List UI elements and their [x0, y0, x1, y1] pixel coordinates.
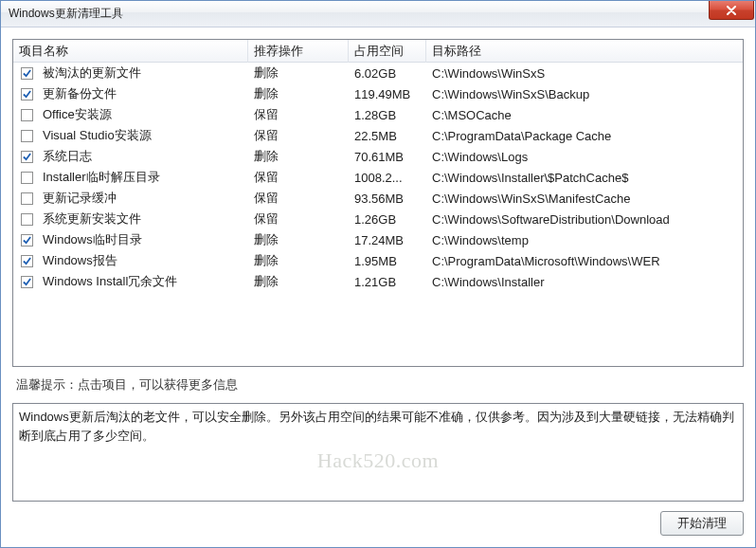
description-text: Windows更新后淘汰的老文件，可以安全删除。另外该占用空间的结果可能不准确，…: [19, 410, 734, 443]
cell-name: 被淘汰的更新文件: [13, 63, 248, 84]
cell-path: C:\MSOCache: [426, 105, 743, 125]
titlebar: Windows更新清理工具: [1, 1, 755, 27]
cell-action: 保留: [248, 124, 349, 147]
footer: 开始清理: [12, 509, 744, 536]
table-row[interactable]: Office安装源保留1.28GBC:\MSOCache: [13, 104, 743, 125]
table-row[interactable]: 更新记录缓冲保留93.56MBC:\Windows\WinSxS\Manifes…: [13, 188, 743, 209]
table-row[interactable]: 被淘汰的更新文件删除6.02GBC:\Windows\WinSxS: [13, 63, 743, 83]
items-list-panel: 项目名称 推荐操作 占用空间 目标路径 被淘汰的更新文件删除6.02GBC:\W…: [12, 39, 744, 367]
close-icon: [726, 6, 737, 15]
row-checkbox[interactable]: [21, 109, 33, 121]
row-checkbox[interactable]: [21, 192, 33, 205]
col-header-path[interactable]: 目标路径: [426, 40, 743, 63]
cell-name: 更新记录缓冲: [13, 187, 248, 210]
hint-text: 温馨提示：点击项目，可以获得更多信息: [12, 374, 744, 395]
table-row[interactable]: 系统更新安装文件保留1.26GBC:\Windows\SoftwareDistr…: [13, 209, 743, 229]
cell-action: 删除: [248, 63, 349, 84]
cell-action: 删除: [248, 270, 349, 293]
cell-name: 系统更新安装文件: [13, 208, 248, 230]
row-checkbox[interactable]: [21, 172, 33, 184]
cell-action: 保留: [248, 166, 349, 189]
row-checkbox[interactable]: [21, 67, 33, 80]
row-name-text: Office安装源: [43, 106, 112, 123]
app-window: Windows更新清理工具 项目名称 推荐操作 占用空间 目标路径 被淘汰的更新…: [0, 0, 756, 548]
row-name-text: Installer临时解压目录: [43, 169, 160, 186]
list-body[interactable]: 被淘汰的更新文件删除6.02GBC:\Windows\WinSxS更新备份文件删…: [13, 63, 743, 366]
cell-name: Installer临时解压目录: [13, 166, 248, 189]
row-name-text: 更新备份文件: [43, 85, 117, 102]
cell-name: Office安装源: [13, 103, 248, 126]
cell-action: 删除: [248, 145, 349, 168]
cell-path: C:\Windows\Logs: [426, 147, 743, 167]
content-area: 项目名称 推荐操作 占用空间 目标路径 被淘汰的更新文件删除6.02GBC:\W…: [1, 27, 755, 547]
cell-path: C:\Windows\SoftwareDistribution\Download: [426, 210, 743, 229]
cell-size: 1.28GB: [349, 105, 426, 125]
cell-name: Windows Install冗余文件: [13, 270, 248, 293]
cell-action: 删除: [248, 228, 349, 251]
cell-path: C:\Windows\temp: [426, 230, 743, 250]
cell-size: 22.5MB: [349, 126, 426, 146]
row-name-text: Visual Studio安装源: [43, 127, 152, 144]
col-header-size[interactable]: 占用空间: [349, 40, 426, 63]
cell-size: 6.02GB: [349, 64, 426, 83]
col-header-name[interactable]: 项目名称: [13, 40, 248, 63]
table-row[interactable]: Visual Studio安装源保留22.5MBC:\ProgramData\P…: [13, 125, 743, 146]
cell-name: Windows临时目录: [13, 228, 248, 251]
cell-name: 系统日志: [13, 145, 248, 168]
table-row[interactable]: Windows Install冗余文件删除1.21GBC:\Windows\In…: [13, 271, 743, 292]
col-header-action[interactable]: 推荐操作: [248, 40, 349, 63]
cell-path: C:\Windows\WinSxS\Backup: [426, 84, 743, 104]
cell-name: Windows报告: [13, 249, 248, 272]
cell-action: 删除: [248, 82, 349, 105]
row-name-text: Windows报告: [43, 252, 117, 269]
cell-path: C:\Windows\WinSxS: [426, 64, 743, 83]
cell-path: C:\ProgramData\Package Cache: [426, 126, 743, 146]
start-clean-button[interactable]: 开始清理: [660, 511, 744, 536]
row-name-text: 系统更新安装文件: [43, 210, 141, 228]
cell-size: 70.61MB: [349, 147, 426, 167]
cell-action: 保留: [248, 187, 349, 210]
cell-size: 1008.2...: [349, 168, 426, 188]
cell-action: 保留: [248, 103, 349, 126]
row-checkbox[interactable]: [21, 234, 33, 247]
table-row[interactable]: 系统日志删除70.61MBC:\Windows\Logs: [13, 146, 743, 167]
row-name-text: Windows Install冗余文件: [43, 273, 177, 290]
cell-name: Visual Studio安装源: [13, 124, 248, 147]
row-checkbox[interactable]: [21, 255, 33, 267]
cell-path: C:\Windows\WinSxS\ManifestCache: [426, 189, 743, 209]
cell-action: 保留: [248, 208, 349, 230]
cell-action: 删除: [248, 249, 349, 272]
table-row[interactable]: Installer临时解压目录保留1008.2...C:\Windows\Ins…: [13, 167, 743, 188]
cell-size: 1.26GB: [349, 210, 426, 229]
cell-name: 更新备份文件: [13, 82, 248, 105]
row-name-text: 系统日志: [43, 148, 92, 165]
row-checkbox[interactable]: [21, 276, 33, 288]
row-name-text: 被淘汰的更新文件: [43, 64, 141, 82]
cell-size: 119.49MB: [349, 84, 426, 104]
table-row[interactable]: 更新备份文件删除119.49MBC:\Windows\WinSxS\Backup: [13, 83, 743, 104]
window-title: Windows更新清理工具: [9, 6, 123, 22]
watermark-text: Hack520.com: [317, 445, 439, 476]
row-checkbox[interactable]: [21, 213, 33, 226]
row-name-text: Windows临时目录: [43, 231, 142, 248]
cell-size: 1.21GB: [349, 272, 426, 292]
cell-path: C:\ProgramData\Microsoft\Windows\WER: [426, 251, 743, 271]
row-name-text: 更新记录缓冲: [43, 190, 117, 207]
cell-path: C:\Windows\Installer\$PatchCache$: [426, 168, 743, 188]
cell-size: 17.24MB: [349, 230, 426, 250]
table-row[interactable]: Windows报告删除1.95MBC:\ProgramData\Microsof…: [13, 250, 743, 271]
table-row[interactable]: Windows临时目录删除17.24MBC:\Windows\temp: [13, 229, 743, 250]
list-header: 项目名称 推荐操作 占用空间 目标路径: [13, 40, 743, 63]
row-checkbox[interactable]: [21, 130, 33, 142]
close-button[interactable]: [709, 1, 754, 20]
cell-path: C:\Windows\Installer: [426, 272, 743, 292]
cell-size: 93.56MB: [349, 189, 426, 209]
row-checkbox[interactable]: [21, 151, 33, 163]
cell-size: 1.95MB: [349, 251, 426, 271]
description-panel: Windows更新后淘汰的老文件，可以安全删除。另外该占用空间的结果可能不准确，…: [12, 403, 744, 502]
row-checkbox[interactable]: [21, 88, 33, 100]
